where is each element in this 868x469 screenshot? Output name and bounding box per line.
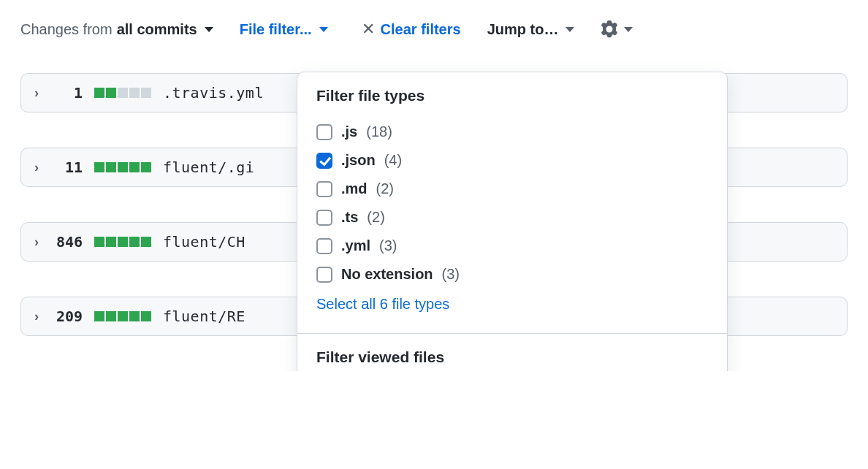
select-all-file-types[interactable]: Select all 6 file types [316,289,708,324]
filter-type-ext: .js [341,123,357,140]
filter-type-json[interactable]: .json (4) [316,146,708,175]
changes-from-prefix: Changes from [20,21,113,38]
diff-bar [94,162,151,172]
filter-types-section: Filter file types .js (18) .json (4) .md… [297,72,727,333]
checkbox-icon [316,124,332,140]
chevron-right-icon: › [34,85,39,101]
settings-dropdown[interactable] [601,20,633,38]
filter-type-count: (2) [376,180,394,197]
filter-type-count: (4) [384,152,402,169]
filter-viewed-section: Filter viewed files Hide viewed files [297,334,727,371]
diff-count: 846 [50,233,83,251]
filter-type-count: (3) [442,266,460,283]
diff-count: 1 [50,84,83,102]
filter-type-ts[interactable]: .ts (2) [316,203,708,232]
diff-bar [94,311,151,321]
close-icon: ✕ [360,21,376,37]
diff-count: 11 [50,159,83,176]
filter-type-count: (18) [366,123,392,140]
checkbox-icon [316,181,332,197]
checkbox-icon [316,210,332,226]
file-filter-panel: Filter file types .js (18) .json (4) .md… [297,72,728,371]
caret-down-icon [624,27,633,32]
filter-type-ext: .ts [341,209,358,226]
files-area: › 1 .travis.yml › 11 fluent/.gi › 846 fl… [0,73,868,336]
caret-down-icon [205,27,213,32]
changes-from-dropdown[interactable]: Changes from all commits [20,21,213,38]
diff-bar [94,237,151,247]
clear-filters-button[interactable]: ✕ Clear filters [360,21,461,38]
jump-to-label: Jump to… [487,21,559,38]
checkbox-icon [316,238,332,254]
caret-down-icon [319,27,328,32]
caret-down-icon [566,27,574,32]
gear-icon [601,20,618,38]
file-filter-dropdown[interactable]: File filter... [240,21,328,38]
filter-type-count: (2) [367,209,384,226]
filter-types-header: Filter file types [316,87,708,104]
filter-viewed-header: Filter viewed files [316,348,708,366]
file-name: fluent/RE [163,308,245,325]
filter-type-noext[interactable]: No extension (3) [316,260,708,289]
chevron-right-icon: › [34,160,39,175]
file-name: fluent/CH [163,233,245,251]
checkbox-icon [316,267,332,283]
diff-count: 209 [50,308,83,325]
file-filter-label: File filter... [240,21,312,38]
diff-bar [94,88,151,98]
chevron-right-icon: › [34,234,39,250]
changes-from-value: all commits [117,21,197,38]
clear-filters-label: Clear filters [381,21,461,38]
file-name: .travis.yml [163,84,264,102]
chevron-right-icon: › [34,309,39,324]
jump-to-dropdown[interactable]: Jump to… [487,21,575,38]
filter-type-ext: .md [341,180,368,197]
diff-toolbar: Changes from all commits File filter... … [0,20,868,51]
filter-type-js[interactable]: .js (18) [316,118,708,146]
filter-type-ext: No extension [341,266,433,283]
filter-type-yml[interactable]: .yml (3) [316,232,708,260]
filter-type-ext: .json [341,152,376,169]
filter-type-ext: .yml [341,237,370,254]
checkbox-checked-icon [316,153,332,169]
filter-type-count: (3) [379,237,397,254]
file-name: fluent/.gi [163,159,254,176]
filter-type-md[interactable]: .md (2) [316,175,708,203]
